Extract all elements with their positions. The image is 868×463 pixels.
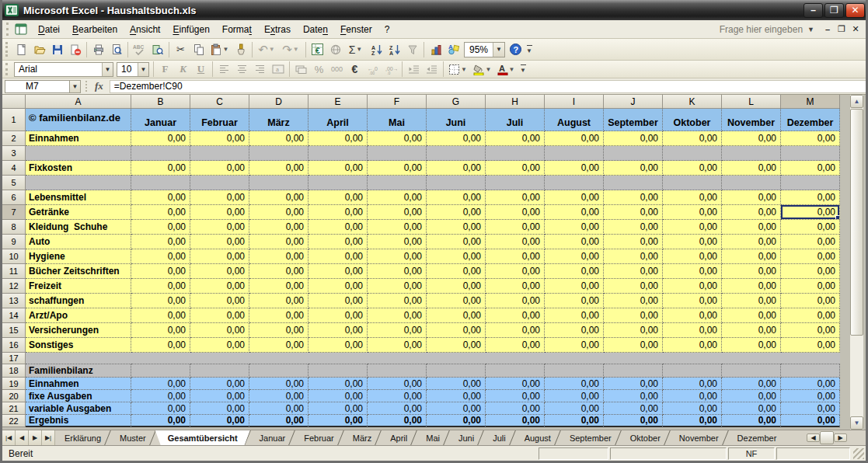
- menu-extras[interactable]: Extras: [258, 22, 297, 37]
- row-label-cell[interactable]: fixe Ausgaben: [26, 390, 131, 402]
- cell[interactable]: 0,00: [781, 131, 840, 146]
- paste-button[interactable]: ▼: [207, 41, 232, 58]
- cell[interactable]: [604, 364, 663, 378]
- cell[interactable]: [249, 146, 309, 161]
- cell[interactable]: 0,00: [604, 402, 663, 415]
- menu-format[interactable]: Format: [216, 22, 258, 37]
- tab-september[interactable]: September: [560, 430, 621, 445]
- row-header-9[interactable]: 9: [2, 235, 26, 249]
- cell[interactable]: 0,00: [131, 235, 190, 249]
- select-all-corner[interactable]: [2, 95, 26, 109]
- cell[interactable]: 0,00: [722, 308, 781, 323]
- column-header-g[interactable]: G: [427, 95, 486, 109]
- doc-minimize-button[interactable]: –: [821, 25, 835, 34]
- cell[interactable]: 0,00: [663, 161, 722, 176]
- horizontal-scrollbar[interactable]: ◀ ▶: [807, 430, 866, 445]
- cell[interactable]: 0,00: [131, 323, 190, 338]
- cell[interactable]: 0,00: [663, 220, 722, 235]
- cell[interactable]: [249, 176, 309, 190]
- cell[interactable]: [190, 146, 249, 161]
- cell[interactable]: 0,00: [309, 161, 368, 176]
- cell[interactable]: [131, 176, 190, 190]
- cell[interactable]: 0,00: [781, 323, 840, 338]
- selected-cell[interactable]: 0,00: [781, 205, 840, 220]
- cell[interactable]: 0,00: [190, 249, 249, 264]
- fill-color-button[interactable]: ▼: [470, 62, 494, 77]
- scroll-down-icon[interactable]: ▼: [850, 416, 863, 430]
- align-center-button[interactable]: [233, 62, 251, 77]
- cell[interactable]: [722, 176, 781, 190]
- borders-button[interactable]: ▼: [446, 62, 470, 77]
- cell[interactable]: [604, 353, 663, 364]
- merge-center-button[interactable]: a: [269, 62, 287, 77]
- cell[interactable]: [486, 176, 545, 190]
- tab-muster[interactable]: Muster: [110, 430, 155, 445]
- cell[interactable]: 0,00: [131, 205, 190, 220]
- row-label-cell[interactable]: Freizeit: [26, 279, 131, 294]
- row-header-15[interactable]: 15: [2, 323, 26, 338]
- row-header-7[interactable]: 7: [2, 205, 26, 220]
- cell[interactable]: 0,00: [486, 249, 545, 264]
- cell[interactable]: 0,00: [486, 190, 545, 205]
- cell[interactable]: 0,00: [131, 220, 190, 235]
- cell[interactable]: [309, 176, 368, 190]
- row-label-cell[interactable]: Kleidung Schuhe: [26, 220, 131, 235]
- cell[interactable]: 0,00: [545, 390, 604, 402]
- cell[interactable]: 0,00: [663, 338, 722, 353]
- cell[interactable]: [131, 364, 190, 378]
- cell[interactable]: 0,00: [249, 220, 309, 235]
- cell[interactable]: 0,00: [545, 308, 604, 323]
- cell[interactable]: 0,00: [368, 131, 427, 146]
- cell[interactable]: 0,00: [427, 390, 486, 402]
- cell[interactable]: 0,00: [368, 235, 427, 249]
- cell[interactable]: 0,00: [427, 402, 486, 415]
- cell[interactable]: 0,00: [249, 323, 309, 338]
- row-label-cell[interactable]: Bücher Zeitschriften: [26, 264, 131, 279]
- cell[interactable]: 0,00: [131, 279, 190, 294]
- cell[interactable]: [604, 176, 663, 190]
- cell[interactable]: 0,00: [722, 161, 781, 176]
- menu-daten[interactable]: Daten: [297, 22, 334, 37]
- cell[interactable]: 0,00: [368, 338, 427, 353]
- cell[interactable]: 0,00: [545, 161, 604, 176]
- row-header-20[interactable]: 20: [2, 390, 26, 402]
- month-header-cell[interactable]: Januar: [131, 109, 190, 131]
- menu-item[interactable]: ?: [378, 22, 396, 37]
- cell[interactable]: 0,00: [309, 308, 368, 323]
- cell[interactable]: 0,00: [249, 294, 309, 308]
- month-header-cell[interactable]: Juni: [427, 109, 486, 131]
- cell[interactable]: 0,00: [368, 378, 427, 390]
- cell[interactable]: [131, 353, 190, 364]
- tab-august[interactable]: August: [515, 430, 560, 445]
- first-sheet-icon[interactable]: |◀: [2, 430, 16, 445]
- cell[interactable]: 0,00: [486, 415, 545, 427]
- column-header-k[interactable]: K: [663, 95, 722, 109]
- vertical-scrollbar[interactable]: ▲ ▼: [850, 95, 863, 430]
- decrease-indent-button[interactable]: [405, 62, 423, 77]
- cell[interactable]: 0,00: [190, 294, 249, 308]
- cell[interactable]: 0,00: [722, 279, 781, 294]
- cell[interactable]: 0,00: [309, 235, 368, 249]
- cell[interactable]: 0,00: [249, 249, 309, 264]
- cell[interactable]: [131, 146, 190, 161]
- cell[interactable]: 0,00: [486, 402, 545, 415]
- redo-button[interactable]: ↷▼: [279, 41, 303, 58]
- thousands-button[interactable]: 000: [328, 62, 346, 77]
- cell[interactable]: [722, 364, 781, 378]
- row-header-17[interactable]: 17: [2, 353, 26, 364]
- cell[interactable]: 0,00: [368, 264, 427, 279]
- cell[interactable]: 0,00: [190, 279, 249, 294]
- month-header-cell[interactable]: Dezember: [781, 109, 840, 131]
- cell[interactable]: 0,00: [427, 190, 486, 205]
- cell[interactable]: 0,00: [663, 308, 722, 323]
- cell[interactable]: 0,00: [604, 205, 663, 220]
- cell[interactable]: 0,00: [486, 205, 545, 220]
- insert-function-icon[interactable]: fx: [93, 80, 110, 92]
- cell[interactable]: 0,00: [486, 279, 545, 294]
- cell[interactable]: 0,00: [249, 338, 309, 353]
- cell[interactable]: 0,00: [722, 378, 781, 390]
- cell[interactable]: [722, 146, 781, 161]
- cell[interactable]: 0,00: [722, 220, 781, 235]
- cell[interactable]: 0,00: [368, 249, 427, 264]
- cell[interactable]: 0,00: [545, 402, 604, 415]
